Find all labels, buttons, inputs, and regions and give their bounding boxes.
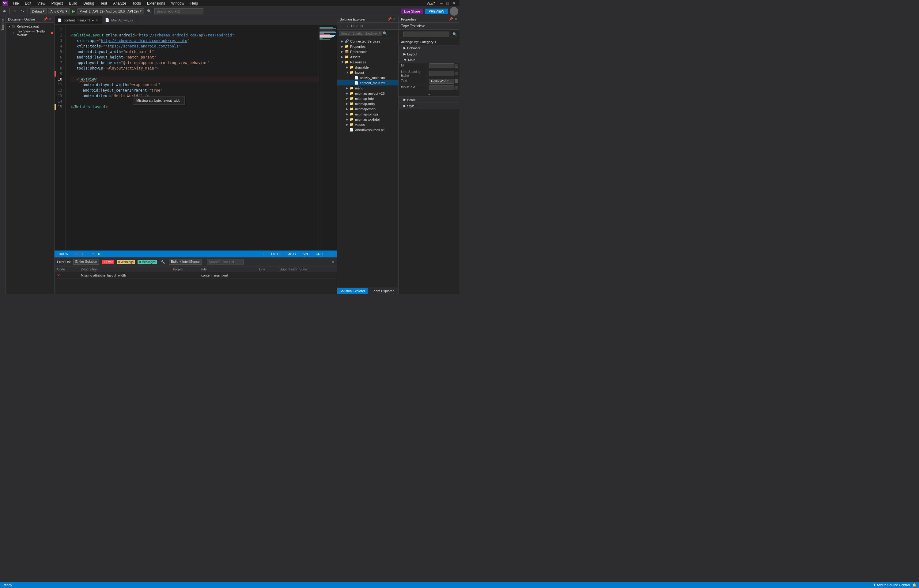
menu-help[interactable]: Help <box>188 1 200 6</box>
properties-search-input[interactable] <box>404 32 449 37</box>
message-count-badge[interactable]: 0 Messages <box>137 260 157 264</box>
se-item-about-resources[interactable]: 📄 AboutResources.txt <box>337 127 398 132</box>
tab-mainactivity-cs[interactable]: 📄 MainActivity.cs <box>102 16 137 24</box>
prop-row-id: Id <box>399 63 460 69</box>
se-label: mipmap-mdpi <box>355 102 376 106</box>
menu-analyze[interactable]: Analyze <box>111 1 129 6</box>
live-share-button[interactable]: Live Share <box>401 8 423 14</box>
tree-item-relativelayout[interactable]: ▼ ⬛ RelativeLayout <box>5 24 54 29</box>
code-content[interactable]: <RelativeLayout xmlns:android="http://sc… <box>66 24 318 250</box>
prop-row-text: Text <box>399 78 460 84</box>
se-back-button[interactable]: ← <box>339 23 343 29</box>
search-input[interactable] <box>154 8 204 15</box>
prop-section-style-header[interactable]: ▶ Style <box>399 103 460 109</box>
preview-button[interactable]: PREVIEW <box>425 8 448 14</box>
cpu-config-dropdown[interactable]: Any CPU▾ <box>48 8 69 15</box>
se-item-assets[interactable]: ▶ 📁 Assets <box>337 54 398 60</box>
menu-file[interactable]: File <box>10 1 21 6</box>
se-forward-button[interactable]: → <box>344 23 349 29</box>
se-item-menu[interactable]: ▶ 📁 menu <box>337 86 398 90</box>
table-row[interactable]: ✕ Missing attribute: layout_width conten… <box>55 272 337 279</box>
se-item-properties[interactable]: ▶ 📁 Properties <box>337 44 398 49</box>
se-item-resources[interactable]: ▼ 📁 Resources <box>337 60 398 65</box>
se-item-mipmap-xxxhdpi[interactable]: ▶ 📁 mipmap-xxxhdpi <box>337 117 398 122</box>
menu-debug[interactable]: Debug <box>81 1 97 6</box>
menu-window[interactable]: Window <box>169 1 187 6</box>
prop-section-scroll-header[interactable]: ▶ Scroll <box>399 97 460 103</box>
error-search-input[interactable] <box>207 259 244 265</box>
expand-behavior-icon: ▶ <box>404 46 406 50</box>
new-project-button[interactable]: ⊕ <box>1 8 8 14</box>
search-button[interactable]: 🔍 <box>145 8 153 14</box>
prop-check-tools-text[interactable] <box>455 86 458 89</box>
code-line-12: android:layout_centerInParent="true" <box>71 87 318 93</box>
menu-test[interactable]: Test <box>98 1 109 6</box>
prop-section-main-header[interactable]: ▼ Main <box>399 57 460 63</box>
pin-button[interactable]: 📌 <box>44 17 48 21</box>
tab-content-main-xml[interactable]: 📄 content_main.xml ● ✕ <box>55 16 102 24</box>
nav-back-button[interactable]: ← <box>251 252 257 256</box>
se-tab-solution-explorer[interactable]: Solution Explorer <box>337 288 368 294</box>
error-count-badge[interactable]: 1 Error <box>102 260 114 264</box>
se-tab-team-explorer[interactable]: Team Explorer <box>368 288 399 294</box>
code-editor[interactable]: 1 2 3 4 5 6 7 8 9 10 11 12 13 14 15 <box>55 24 337 250</box>
xml-file-icon: 📄 <box>354 76 359 80</box>
build-filter-dropdown[interactable]: Build + IntelliSense <box>169 259 202 265</box>
close-error-panel-button[interactable]: ✕ <box>332 260 334 264</box>
se-refresh-button[interactable]: ↻ <box>350 23 354 29</box>
se-more-options[interactable]: ⚙ <box>360 23 364 29</box>
run-button[interactable]: ▶ <box>71 8 76 14</box>
se-tree: ▶ 🔗 Connected Services ▶ 📁 Properties ▶ … <box>337 37 398 288</box>
minimize-button[interactable]: ─ <box>439 1 444 5</box>
se-item-references[interactable]: ▶ 📦 References <box>337 49 398 54</box>
menu-extensions[interactable]: Extensions <box>145 1 168 6</box>
expand-editor-button[interactable]: ⊞ <box>329 252 334 256</box>
se-item-activity-main-xml[interactable]: 📄 activity_main.xml <box>337 75 398 80</box>
prop-check-id[interactable] <box>455 64 458 68</box>
props-pin-button[interactable]: 📌 <box>449 17 453 21</box>
se-item-mipmap-xhdpi[interactable]: ▶ 📁 mipmap-xhdpi <box>337 106 398 111</box>
maximize-button[interactable]: □ <box>445 1 450 5</box>
prop-input-text[interactable] <box>430 79 454 84</box>
se-item-mipmap-mdpi[interactable]: ▶ 📁 mipmap-mdpi <box>337 101 398 106</box>
tab-close-button[interactable]: ✕ <box>95 19 98 22</box>
se-item-values[interactable]: ▶ 📁 values <box>337 122 398 127</box>
prop-input-line-spacing[interactable] <box>430 71 454 76</box>
prop-check-line-spacing[interactable] <box>455 72 458 75</box>
close-button[interactable]: ✕ <box>451 1 457 5</box>
prop-section-behavior-header[interactable]: ▶ Behavior <box>399 45 460 51</box>
prop-input-tools-text[interactable] <box>430 85 454 90</box>
se-item-layout[interactable]: ▼ 📁 layout <box>337 70 398 75</box>
undo-button[interactable]: ↩ <box>11 8 18 14</box>
user-avatar[interactable] <box>450 7 458 16</box>
debug-config-dropdown[interactable]: Debug▾ <box>30 8 47 15</box>
close-panel-button[interactable]: ✕ <box>49 17 52 21</box>
se-item-connected-services[interactable]: ▶ 🔗 Connected Services <box>337 39 398 44</box>
props-close-button[interactable]: ✕ <box>454 17 457 21</box>
tab-label-mainactivity: MainActivity.cs <box>111 18 133 22</box>
tree-item-textview[interactable]: T TextView — "Hello World!" <box>5 29 54 37</box>
prop-input-id[interactable] <box>430 63 454 68</box>
se-item-mipmap-anydpi[interactable]: ▶ 📁 mipmap-anydpi-v26 <box>337 90 398 96</box>
se-home-button[interactable]: ⌂ <box>355 23 359 29</box>
se-item-drawable[interactable]: ▶ 📁 drawable <box>337 65 398 70</box>
menu-project[interactable]: Project <box>49 1 65 6</box>
menu-view[interactable]: View <box>35 1 48 6</box>
arrange-by-chevron[interactable]: ▾ <box>435 40 436 44</box>
se-item-mipmap-hdpi[interactable]: ▶ 📁 mipmap-hdpi <box>337 96 398 101</box>
menu-tools[interactable]: Tools <box>130 1 143 6</box>
device-dropdown[interactable]: Pixel_2_API_29 (Android 10.0 - API 29)▾ <box>78 8 144 15</box>
se-close-button[interactable]: ✕ <box>393 17 396 21</box>
menu-build[interactable]: Build <box>66 1 80 6</box>
prop-expand-more[interactable]: ⌄ <box>399 91 460 97</box>
se-item-mipmap-xxhdpi[interactable]: ▶ 📁 mipmap-xxhdpi <box>337 111 398 117</box>
se-pin-button[interactable]: 📌 <box>388 17 392 21</box>
warning-count-badge[interactable]: 0 Warnings <box>117 260 135 264</box>
prop-section-layout-header[interactable]: ▶ Layout <box>399 51 460 57</box>
se-item-content-main-xml[interactable]: 📄 content_main.xml <box>337 80 398 86</box>
redo-button[interactable]: ↪ <box>19 8 26 14</box>
solution-explorer-search[interactable] <box>339 31 382 36</box>
nav-forward-button[interactable]: → <box>260 252 266 256</box>
menu-edit[interactable]: Edit <box>23 1 34 6</box>
scope-filter-dropdown[interactable]: Entire Solution <box>73 259 100 265</box>
